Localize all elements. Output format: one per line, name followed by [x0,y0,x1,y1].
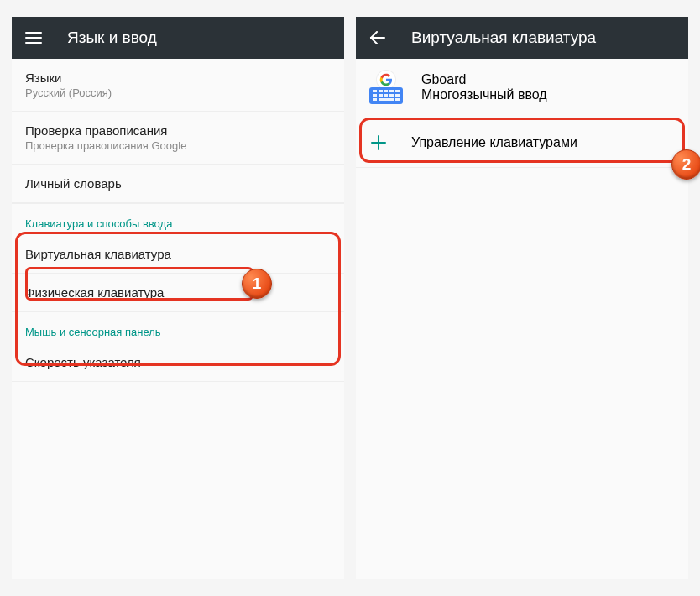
row-manage-keyboards[interactable]: Управление клавиатурами [356,118,688,168]
row-physical-keyboard[interactable]: Физическая клавиатура [12,274,344,311]
row-physical-keyboard-label: Физическая клавиатура [25,285,331,300]
row-personal-dict[interactable]: Личный словарь [12,165,344,203]
svg-line-5 [371,38,377,44]
svg-line-4 [371,32,377,38]
page-title-right: Виртуальная клавиатура [411,29,596,47]
annotation-badge-1: 1 [242,269,272,299]
gboard-subtitle: Многоязычный ввод [421,87,547,102]
row-gboard[interactable]: Gboard Многоязычный ввод [356,59,688,118]
manage-keyboards-label: Управление клавиатурами [411,135,577,150]
phone-right: Виртуальная клавиатура [356,17,688,579]
row-spellcheck[interactable]: Проверка правописания Проверка правописа… [12,112,344,165]
appbar-left: Язык и ввод [12,17,344,59]
row-virtual-keyboard[interactable]: Виртуальная клавиатура [12,235,344,274]
section-mouse-header: Мышь и сенсорная панель [12,311,344,343]
appbar-right: Виртуальная клавиатура [356,17,688,59]
phone-left: Язык и ввод Языки Русский (Россия) Прове… [12,17,344,579]
annotation-badge-2: 2 [671,149,700,180]
plus-icon [369,133,388,152]
section-keyboard-header: Клавиатура и способы ввода [12,203,344,235]
gboard-text: Gboard Многоязычный ввод [421,72,547,102]
row-personal-dict-label: Личный словарь [25,176,331,191]
gboard-icon [369,71,403,104]
page-title-left: Язык и ввод [67,29,157,47]
row-languages-value: Русский (Россия) [25,86,331,99]
menu-icon[interactable] [24,28,44,48]
content-left: Языки Русский (Россия) Проверка правопис… [12,59,344,579]
row-pointer-speed[interactable]: Скорость указателя [12,343,344,382]
content-right: Gboard Многоязычный ввод Управление клав… [356,59,688,579]
row-languages[interactable]: Языки Русский (Россия) [12,59,344,112]
back-icon[interactable] [368,28,388,48]
row-pointer-speed-label: Скорость указателя [25,355,331,369]
row-languages-label: Языки [25,71,331,85]
gboard-title: Gboard [421,72,547,87]
row-spellcheck-value: Проверка правописания Google [25,139,331,152]
row-virtual-keyboard-label: Виртуальная клавиатура [25,247,331,261]
row-spellcheck-label: Проверка правописания [25,123,331,138]
